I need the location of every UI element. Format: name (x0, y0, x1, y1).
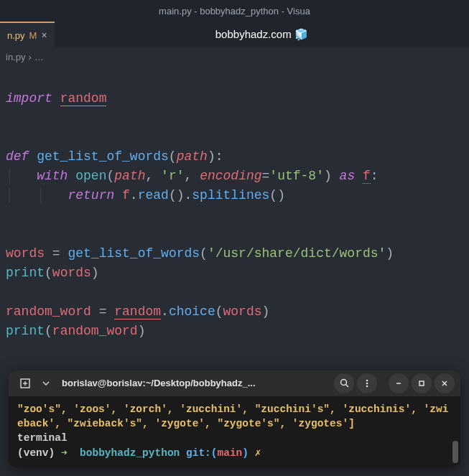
terminal-scrollbar[interactable] (452, 401, 458, 463)
terminal-output[interactable]: "zoo's", 'zoos', 'zorch', 'zucchini', "z… (9, 396, 460, 467)
editor-tabs: n.py M × bobbyhadz.com 🧊 (0, 22, 469, 47)
terminal-title: borislav@borislav:~/Desktop/bobbyhadz_..… (56, 378, 331, 388)
prompt-venv: (venv) (17, 447, 55, 459)
prompt-gitclose: ) (242, 447, 249, 459)
keyword-def: def (6, 149, 29, 164)
prompt-dir: bobbyhadz_python (80, 447, 180, 459)
svg-rect-9 (419, 381, 424, 386)
prompt-git: git:( (186, 447, 218, 459)
chevron-down-icon (42, 381, 50, 386)
menu-button[interactable] (357, 373, 377, 393)
function-name: get_list_of_words (37, 149, 169, 164)
svg-line-4 (345, 385, 348, 388)
keyword-return: return (68, 188, 114, 202)
maximize-icon (418, 380, 425, 387)
output-list: "zoo's", 'zoos', 'zorch', 'zucchini', "z… (17, 403, 448, 429)
breadcrumb-more: … (34, 52, 44, 62)
minimize-icon (395, 380, 402, 387)
prompt-dirty: ✗ (255, 447, 261, 459)
window-title: main.py - bobbyhadz_python - Visua (159, 6, 310, 17)
minimize-button[interactable] (389, 373, 409, 393)
breadcrumb-separator: › (28, 52, 31, 62)
scrollbar-thumb[interactable] (452, 441, 458, 463)
keyword-import: import (6, 91, 52, 106)
prompt-branch: main (218, 447, 243, 459)
svg-point-6 (366, 383, 368, 385)
code-editor[interactable]: import random def get_list_of_words(path… (0, 67, 469, 347)
svg-point-5 (366, 380, 368, 382)
watermark-label: bobbyhadz.com 🧊 (55, 28, 469, 41)
terminal-header: borislav@borislav:~/Desktop/bobbyhadz_..… (9, 370, 460, 396)
builtin-open: open (75, 169, 106, 183)
breadcrumb[interactable]: in.py › … (0, 47, 469, 67)
close-icon[interactable]: × (41, 29, 47, 41)
new-tab-button[interactable] (14, 374, 36, 393)
tab-modified-indicator: M (29, 30, 37, 41)
module-random: random (60, 91, 107, 106)
keyword-with: with (37, 169, 68, 183)
window-title-bar: main.py - bobbyhadz_python - Visua (0, 0, 469, 22)
output-word: terminal (17, 432, 68, 444)
search-button[interactable] (334, 373, 354, 393)
svg-point-3 (340, 380, 346, 386)
builtin-print: print (6, 266, 45, 280)
prompt-arrow: ➜ (61, 447, 68, 459)
kebab-icon (363, 379, 371, 388)
dropdown-button[interactable] (39, 374, 53, 393)
svg-point-7 (366, 386, 368, 388)
param-path: path (177, 149, 208, 164)
breadcrumb-file: in.py (6, 52, 25, 62)
search-icon (340, 378, 349, 388)
maximize-button[interactable] (412, 373, 432, 393)
tab-main-py[interactable]: n.py M × (0, 22, 55, 47)
terminal-panel: borislav@borislav:~/Desktop/bobbyhadz_..… (9, 370, 460, 467)
close-icon (441, 380, 448, 387)
plus-icon (20, 378, 30, 388)
close-button[interactable] (435, 373, 455, 393)
tab-label: n.py (7, 30, 25, 41)
